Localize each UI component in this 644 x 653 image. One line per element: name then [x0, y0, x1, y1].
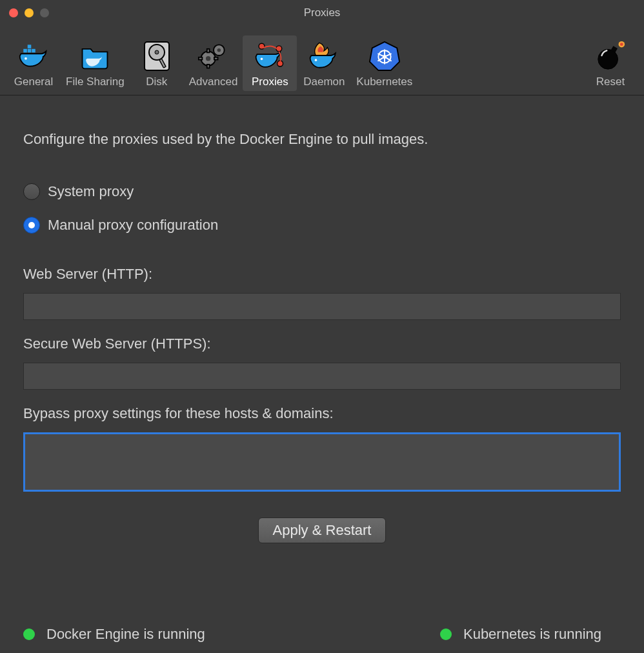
http-input[interactable]: [23, 293, 621, 320]
status-docker-text: Docker Engine is running: [46, 626, 205, 643]
http-field-block: Web Server (HTTP):: [23, 266, 621, 320]
bypass-label: Bypass proxy settings for these hosts & …: [23, 405, 621, 422]
tab-general-label: General: [14, 75, 53, 88]
bomb-icon: [594, 39, 627, 72]
minimize-window-button[interactable]: [25, 8, 34, 17]
svg-point-19: [276, 46, 282, 52]
https-input[interactable]: [23, 363, 621, 390]
tab-daemon-label: Daemon: [303, 75, 345, 88]
tab-advanced-label: Advanced: [189, 75, 238, 88]
window-title: Proxies: [0, 6, 644, 19]
tab-kubernetes-label: Kubernetes: [356, 75, 412, 88]
radio-manual-proxy[interactable]: [23, 217, 40, 234]
proxy-mode-manual-row[interactable]: Manual proxy configuration: [23, 217, 621, 234]
https-field-block: Secure Web Server (HTTPS):: [23, 336, 621, 390]
tab-kubernetes[interactable]: Kubernetes: [351, 35, 418, 91]
whale-network-icon: [254, 39, 286, 72]
status-kubernetes-text: Kubernetes is running: [463, 626, 601, 643]
bypass-field-block: Bypass proxy settings for these hosts & …: [23, 405, 621, 494]
radio-system-proxy-label: System proxy: [48, 183, 134, 200]
intro-text: Configure the proxies used by the Docker…: [23, 131, 621, 148]
reset-label: Reset: [596, 75, 625, 88]
proxies-pane: Configure the proxies used by the Docker…: [0, 95, 644, 616]
svg-rect-15: [198, 57, 202, 60]
tab-file-sharing[interactable]: File Sharing: [61, 35, 130, 91]
preferences-toolbar: General File Sharing Disk: [0, 26, 644, 95]
status-docker: Docker Engine is running: [23, 626, 205, 643]
svg-rect-16: [214, 57, 217, 60]
status-dot-icon: [440, 628, 452, 640]
radio-manual-proxy-label: Manual proxy configuration: [48, 217, 218, 234]
svg-point-4: [25, 57, 27, 60]
apply-restart-button[interactable]: Apply & Restart: [258, 517, 387, 543]
svg-rect-1: [28, 49, 32, 53]
svg-point-7: [155, 50, 159, 54]
svg-rect-14: [206, 65, 209, 68]
svg-point-21: [315, 59, 317, 61]
whale-fire-icon: [308, 39, 340, 72]
tab-general[interactable]: General: [6, 35, 61, 91]
folder-whale-icon: [79, 39, 111, 72]
status-bar: Docker Engine is running Kubernetes is r…: [0, 616, 644, 653]
http-label: Web Server (HTTP):: [23, 266, 621, 283]
window-traffic-lights: [9, 8, 49, 17]
reset-button[interactable]: Reset: [583, 35, 638, 91]
svg-rect-13: [206, 49, 209, 53]
status-kubernetes: Kubernetes is running: [440, 626, 601, 643]
https-label: Secure Web Server (HTTPS):: [23, 336, 621, 352]
svg-rect-3: [28, 45, 32, 48]
disk-icon: [141, 39, 173, 72]
svg-point-12: [217, 48, 221, 52]
tab-proxies[interactable]: Proxies: [243, 35, 297, 91]
svg-rect-2: [32, 49, 35, 53]
bypass-input[interactable]: [23, 432, 621, 492]
zoom-window-button[interactable]: [40, 8, 49, 17]
svg-point-20: [277, 61, 283, 66]
tab-advanced[interactable]: Advanced: [184, 35, 243, 91]
title-bar: Proxies: [0, 0, 644, 26]
proxy-mode-system-row[interactable]: System proxy: [23, 183, 621, 200]
svg-point-17: [261, 58, 263, 61]
tab-daemon[interactable]: Daemon: [297, 35, 351, 91]
svg-rect-0: [23, 49, 27, 53]
tab-disk-label: Disk: [146, 75, 167, 88]
tab-file-sharing-label: File Sharing: [66, 75, 125, 88]
close-window-button[interactable]: [9, 8, 18, 17]
svg-point-34: [620, 43, 623, 46]
whale-general-icon: [17, 39, 50, 72]
svg-point-30: [383, 55, 387, 59]
tab-disk[interactable]: Disk: [130, 35, 184, 91]
svg-point-11: [205, 56, 210, 61]
kubernetes-icon: [368, 39, 401, 72]
status-dot-icon: [23, 628, 35, 640]
tab-proxies-label: Proxies: [252, 75, 288, 88]
svg-point-18: [259, 43, 265, 49]
radio-system-proxy[interactable]: [23, 183, 40, 200]
gears-icon: [197, 39, 230, 72]
